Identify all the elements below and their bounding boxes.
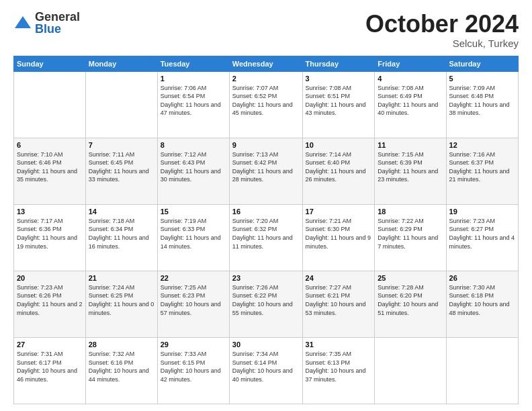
day-number: 18 <box>378 208 443 216</box>
header-day-wednesday: Wednesday <box>229 56 302 71</box>
day-cell: 10Sunrise: 7:14 AM Sunset: 6:40 PM Dayli… <box>302 138 375 204</box>
day-number: 15 <box>161 208 226 216</box>
day-cell <box>85 71 157 138</box>
day-detail: Sunrise: 7:15 AM Sunset: 6:39 PM Dayligh… <box>378 150 443 184</box>
day-number: 19 <box>449 208 515 216</box>
day-number: 28 <box>89 340 154 349</box>
day-cell <box>14 71 86 138</box>
day-cell: 15Sunrise: 7:19 AM Sunset: 6:33 PM Dayli… <box>157 204 229 271</box>
logo-icon <box>13 13 32 32</box>
day-cell: 4Sunrise: 7:08 AM Sunset: 6:49 PM Daylig… <box>375 71 446 138</box>
calendar-body: 1Sunrise: 7:06 AM Sunset: 6:54 PM Daylig… <box>14 71 519 404</box>
day-detail: Sunrise: 7:13 AM Sunset: 6:42 PM Dayligh… <box>232 150 300 184</box>
subtitle: Selcuk, Turkey <box>365 38 519 49</box>
day-number: 25 <box>378 274 443 282</box>
week-row-1: 1Sunrise: 7:06 AM Sunset: 6:54 PM Daylig… <box>14 71 519 138</box>
day-detail: Sunrise: 7:16 AM Sunset: 6:37 PM Dayligh… <box>449 150 515 184</box>
day-cell: 6Sunrise: 7:10 AM Sunset: 6:46 PM Daylig… <box>14 138 86 204</box>
day-number: 7 <box>89 141 154 149</box>
day-cell: 19Sunrise: 7:23 AM Sunset: 6:27 PM Dayli… <box>446 204 518 271</box>
day-detail: Sunrise: 7:27 AM Sunset: 6:21 PM Dayligh… <box>306 283 372 317</box>
svg-rect-1 <box>20 23 26 28</box>
day-detail: Sunrise: 7:31 AM Sunset: 6:17 PM Dayligh… <box>17 350 83 383</box>
day-number: 8 <box>161 141 226 149</box>
day-cell: 18Sunrise: 7:22 AM Sunset: 6:29 PM Dayli… <box>375 204 446 271</box>
day-detail: Sunrise: 7:23 AM Sunset: 6:27 PM Dayligh… <box>449 217 515 250</box>
day-number: 30 <box>232 340 300 349</box>
header-day-friday: Friday <box>375 56 446 71</box>
day-cell: 9Sunrise: 7:13 AM Sunset: 6:42 PM Daylig… <box>229 138 302 204</box>
logo-text: General Blue <box>35 11 80 35</box>
day-detail: Sunrise: 7:26 AM Sunset: 6:22 PM Dayligh… <box>232 283 300 317</box>
header: General Blue October 2024 Selcuk, Turkey <box>13 11 519 49</box>
header-day-tuesday: Tuesday <box>157 56 229 71</box>
calendar-header: SundayMondayTuesdayWednesdayThursdayFrid… <box>14 56 519 71</box>
logo: General Blue <box>13 11 80 35</box>
day-cell: 2Sunrise: 7:07 AM Sunset: 6:52 PM Daylig… <box>229 71 302 138</box>
header-day-monday: Monday <box>85 56 157 71</box>
day-cell: 20Sunrise: 7:23 AM Sunset: 6:26 PM Dayli… <box>14 271 86 337</box>
day-cell: 23Sunrise: 7:26 AM Sunset: 6:22 PM Dayli… <box>229 271 302 337</box>
day-cell: 29Sunrise: 7:33 AM Sunset: 6:15 PM Dayli… <box>157 337 229 404</box>
day-number: 23 <box>232 274 300 282</box>
day-detail: Sunrise: 7:21 AM Sunset: 6:30 PM Dayligh… <box>306 217 372 250</box>
logo-general: General <box>35 11 80 23</box>
day-number: 31 <box>306 340 372 349</box>
week-row-5: 27Sunrise: 7:31 AM Sunset: 6:17 PM Dayli… <box>14 337 519 404</box>
day-detail: Sunrise: 7:09 AM Sunset: 6:48 PM Dayligh… <box>449 84 515 118</box>
week-row-3: 13Sunrise: 7:17 AM Sunset: 6:36 PM Dayli… <box>14 204 519 271</box>
day-detail: Sunrise: 7:25 AM Sunset: 6:23 PM Dayligh… <box>161 283 226 317</box>
day-number: 16 <box>232 208 300 216</box>
day-detail: Sunrise: 7:24 AM Sunset: 6:25 PM Dayligh… <box>89 283 154 317</box>
day-number: 12 <box>449 141 515 149</box>
day-cell <box>446 337 518 404</box>
day-cell: 26Sunrise: 7:30 AM Sunset: 6:18 PM Dayli… <box>446 271 518 337</box>
day-number: 3 <box>306 75 372 83</box>
day-cell: 16Sunrise: 7:20 AM Sunset: 6:32 PM Dayli… <box>229 204 302 271</box>
day-number: 2 <box>232 75 300 83</box>
day-detail: Sunrise: 7:06 AM Sunset: 6:54 PM Dayligh… <box>161 84 226 118</box>
day-detail: Sunrise: 7:19 AM Sunset: 6:33 PM Dayligh… <box>161 217 226 250</box>
day-cell: 17Sunrise: 7:21 AM Sunset: 6:30 PM Dayli… <box>302 204 375 271</box>
day-detail: Sunrise: 7:07 AM Sunset: 6:52 PM Dayligh… <box>232 84 300 118</box>
day-number: 1 <box>161 75 226 83</box>
day-detail: Sunrise: 7:18 AM Sunset: 6:34 PM Dayligh… <box>89 217 154 250</box>
day-cell: 8Sunrise: 7:12 AM Sunset: 6:43 PM Daylig… <box>157 138 229 204</box>
day-number: 27 <box>17 340 83 349</box>
title-block: October 2024 Selcuk, Turkey <box>365 11 519 49</box>
day-cell: 21Sunrise: 7:24 AM Sunset: 6:25 PM Dayli… <box>85 271 157 337</box>
logo-blue: Blue <box>35 23 80 35</box>
day-number: 21 <box>89 274 154 282</box>
day-cell: 7Sunrise: 7:11 AM Sunset: 6:45 PM Daylig… <box>85 138 157 204</box>
day-number: 6 <box>17 141 83 149</box>
day-number: 5 <box>449 75 515 83</box>
day-cell: 27Sunrise: 7:31 AM Sunset: 6:17 PM Dayli… <box>14 337 86 404</box>
day-number: 22 <box>161 274 226 282</box>
day-cell: 3Sunrise: 7:08 AM Sunset: 6:51 PM Daylig… <box>302 71 375 138</box>
day-number: 13 <box>17 208 83 216</box>
day-detail: Sunrise: 7:33 AM Sunset: 6:15 PM Dayligh… <box>161 350 226 383</box>
week-row-2: 6Sunrise: 7:10 AM Sunset: 6:46 PM Daylig… <box>14 138 519 204</box>
day-number: 11 <box>378 141 443 149</box>
day-cell: 28Sunrise: 7:32 AM Sunset: 6:16 PM Dayli… <box>85 337 157 404</box>
day-cell: 31Sunrise: 7:35 AM Sunset: 6:13 PM Dayli… <box>302 337 375 404</box>
day-number: 4 <box>378 75 443 83</box>
day-detail: Sunrise: 7:32 AM Sunset: 6:16 PM Dayligh… <box>89 350 154 383</box>
day-number: 17 <box>306 208 372 216</box>
day-detail: Sunrise: 7:08 AM Sunset: 6:49 PM Dayligh… <box>378 84 443 118</box>
day-detail: Sunrise: 7:17 AM Sunset: 6:36 PM Dayligh… <box>17 217 83 250</box>
day-cell: 25Sunrise: 7:28 AM Sunset: 6:20 PM Dayli… <box>375 271 446 337</box>
day-detail: Sunrise: 7:12 AM Sunset: 6:43 PM Dayligh… <box>161 150 226 184</box>
day-cell: 13Sunrise: 7:17 AM Sunset: 6:36 PM Dayli… <box>14 204 86 271</box>
day-cell: 11Sunrise: 7:15 AM Sunset: 6:39 PM Dayli… <box>375 138 446 204</box>
header-day-saturday: Saturday <box>446 56 518 71</box>
day-cell <box>375 337 446 404</box>
day-detail: Sunrise: 7:22 AM Sunset: 6:29 PM Dayligh… <box>378 217 443 250</box>
day-number: 10 <box>306 141 372 149</box>
day-cell: 24Sunrise: 7:27 AM Sunset: 6:21 PM Dayli… <box>302 271 375 337</box>
header-day-sunday: Sunday <box>14 56 86 71</box>
day-number: 26 <box>449 274 515 282</box>
header-day-thursday: Thursday <box>302 56 375 71</box>
day-number: 24 <box>306 274 372 282</box>
day-detail: Sunrise: 7:11 AM Sunset: 6:45 PM Dayligh… <box>89 150 154 184</box>
